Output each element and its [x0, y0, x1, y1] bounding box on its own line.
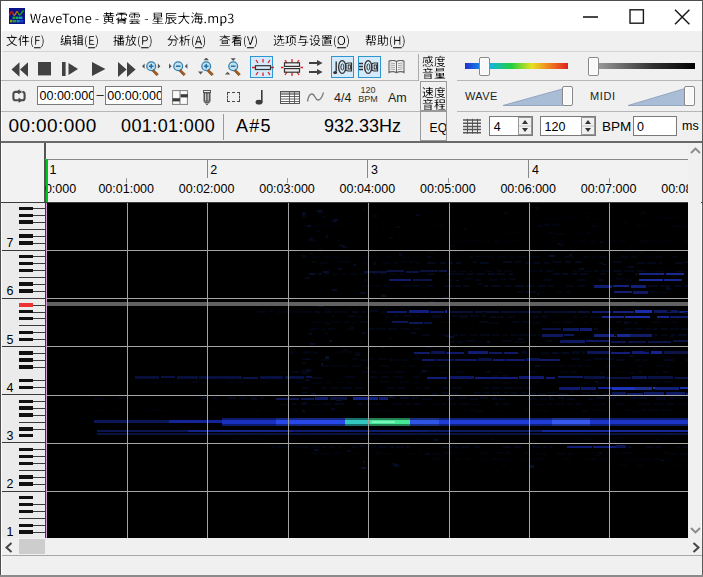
svg-text:4: 4 — [7, 381, 14, 395]
svg-text:6: 6 — [7, 284, 14, 298]
svg-text:2: 2 — [7, 477, 14, 491]
svg-text:5: 5 — [7, 333, 14, 347]
svg-text:1: 1 — [7, 525, 14, 538]
svg-text:3: 3 — [7, 429, 14, 443]
svg-text:7: 7 — [7, 236, 14, 250]
